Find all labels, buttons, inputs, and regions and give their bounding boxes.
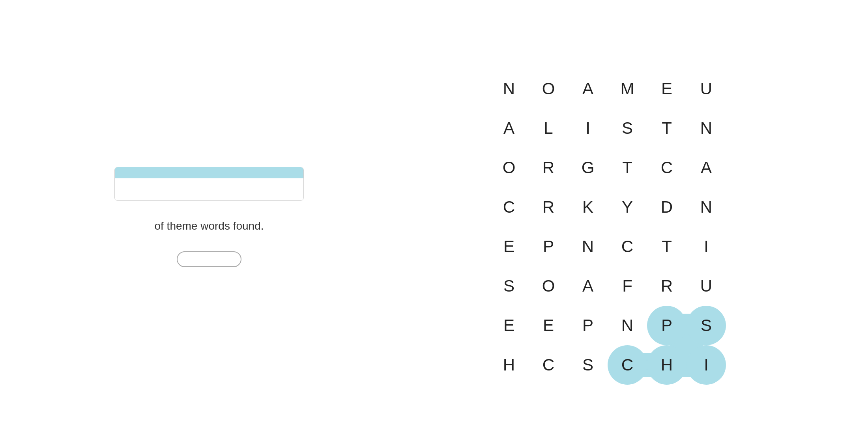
grid-cell-2-5[interactable]: A bbox=[687, 148, 726, 187]
grid-cell-5-3[interactable]: F bbox=[608, 266, 647, 306]
grid-cell-4-5[interactable]: I bbox=[687, 227, 726, 266]
grid-cell-6-5[interactable]: S bbox=[687, 306, 726, 345]
theme-value bbox=[115, 178, 303, 200]
word-grid: NOAMEUALISTNORGTCACRKYDNEPNCTISOAFRUEEPN… bbox=[489, 69, 726, 385]
grid-cell-0-5[interactable]: U bbox=[687, 69, 726, 108]
grid-cell-6-4[interactable]: P bbox=[647, 306, 687, 345]
found-text: of theme words found. bbox=[154, 220, 264, 232]
grid-cell-3-4[interactable]: D bbox=[647, 187, 687, 227]
grid-cell-0-1[interactable]: O bbox=[529, 69, 568, 108]
grid-cell-1-4[interactable]: T bbox=[647, 108, 687, 148]
found-separator: of bbox=[154, 220, 166, 232]
grid-cell-7-4[interactable]: H bbox=[647, 345, 687, 385]
grid-cell-2-1[interactable]: R bbox=[529, 148, 568, 187]
grid-cell-7-0[interactable]: H bbox=[489, 345, 529, 385]
grid-cell-6-3[interactable]: N bbox=[608, 306, 647, 345]
grid-cell-4-4[interactable]: T bbox=[647, 227, 687, 266]
found-suffix: theme words found. bbox=[167, 220, 264, 232]
hint-button[interactable] bbox=[177, 251, 241, 267]
grid-cell-0-3[interactable]: M bbox=[608, 69, 647, 108]
grid-cell-3-3[interactable]: Y bbox=[608, 187, 647, 227]
grid-cell-5-4[interactable]: R bbox=[647, 266, 687, 306]
grid-cell-6-0[interactable]: E bbox=[489, 306, 529, 345]
grid-cell-2-3[interactable]: T bbox=[608, 148, 647, 187]
grid-cell-3-2[interactable]: K bbox=[568, 187, 608, 227]
grid-cell-7-3[interactable]: C bbox=[608, 345, 647, 385]
grid-cell-7-2[interactable]: S bbox=[568, 345, 608, 385]
grid-cell-1-2[interactable]: I bbox=[568, 108, 608, 148]
grid-cell-1-5[interactable]: N bbox=[687, 108, 726, 148]
right-panel: NOAMEUALISTNORGTCACRKYDNEPNCTISOAFRUEEPN… bbox=[347, 34, 868, 400]
grid-cell-4-1[interactable]: P bbox=[529, 227, 568, 266]
grid-cell-6-1[interactable]: E bbox=[529, 306, 568, 345]
grid-cell-3-5[interactable]: N bbox=[687, 187, 726, 227]
grid-cell-4-3[interactable]: C bbox=[608, 227, 647, 266]
left-panel: of theme words found. bbox=[71, 143, 347, 291]
grid-cell-7-1[interactable]: C bbox=[529, 345, 568, 385]
theme-card bbox=[114, 167, 304, 201]
grid-cell-5-2[interactable]: A bbox=[568, 266, 608, 306]
grid-cell-2-4[interactable]: C bbox=[647, 148, 687, 187]
grid-cell-5-0[interactable]: S bbox=[489, 266, 529, 306]
grid-cell-1-0[interactable]: A bbox=[489, 108, 529, 148]
grid-cell-5-1[interactable]: O bbox=[529, 266, 568, 306]
grid-wrapper: NOAMEUALISTNORGTCACRKYDNEPNCTISOAFRUEEPN… bbox=[489, 69, 726, 385]
grid-cell-6-2[interactable]: P bbox=[568, 306, 608, 345]
grid-cell-1-3[interactable]: S bbox=[608, 108, 647, 148]
grid-cell-0-2[interactable]: A bbox=[568, 69, 608, 108]
grid-cell-3-0[interactable]: C bbox=[489, 187, 529, 227]
grid-cell-4-2[interactable]: N bbox=[568, 227, 608, 266]
grid-cell-0-4[interactable]: E bbox=[647, 69, 687, 108]
grid-cell-2-2[interactable]: G bbox=[568, 148, 608, 187]
grid-cell-0-0[interactable]: N bbox=[489, 69, 529, 108]
grid-cell-7-5[interactable]: I bbox=[687, 345, 726, 385]
grid-cell-2-0[interactable]: O bbox=[489, 148, 529, 187]
grid-cell-3-1[interactable]: R bbox=[529, 187, 568, 227]
grid-cell-1-1[interactable]: L bbox=[529, 108, 568, 148]
theme-header bbox=[115, 167, 303, 178]
grid-cell-5-5[interactable]: U bbox=[687, 266, 726, 306]
grid-cell-4-0[interactable]: E bbox=[489, 227, 529, 266]
